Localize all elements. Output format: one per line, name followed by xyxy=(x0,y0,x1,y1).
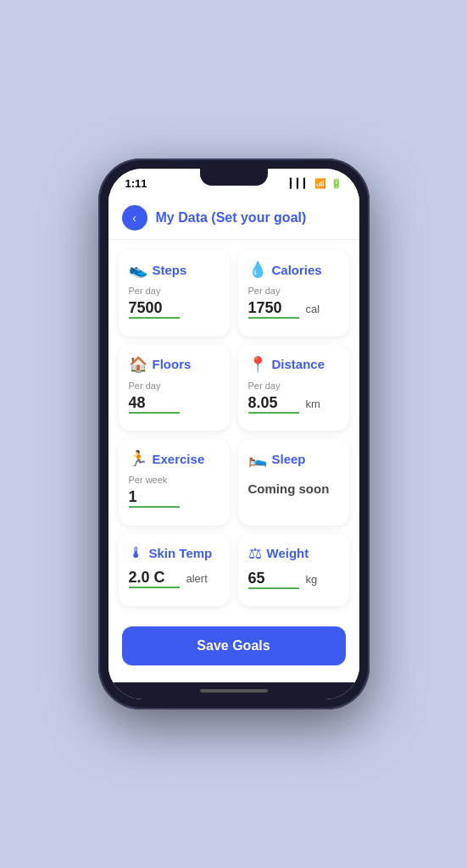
battery-icon: 🔋 xyxy=(331,178,342,189)
goal-card-weight: ⚖Weight65kg xyxy=(238,534,349,607)
weight-value-row: 65kg xyxy=(248,570,339,589)
save-goals-button[interactable]: Save Goals xyxy=(122,626,346,665)
exercise-title: Exercise xyxy=(153,452,205,466)
steps-value-row: 7500 xyxy=(129,299,220,319)
status-bar: 1:11 ▎▎▎ 📶 🔋 xyxy=(108,169,359,195)
steps-icon: 👟 xyxy=(129,260,147,279)
distance-value: 8.05 xyxy=(248,394,282,412)
weight-value: 65 xyxy=(248,570,282,587)
sleep-coming-soon: Coming soon xyxy=(248,481,339,496)
goal-card-distance: 📍DistancePer day8.05km xyxy=(238,345,349,431)
goal-header-exercise: 🏃Exercise xyxy=(129,449,220,468)
exercise-value: 1 xyxy=(129,488,163,506)
goal-header-weight: ⚖Weight xyxy=(248,544,339,563)
calories-unit: cal xyxy=(306,303,320,315)
skin-temp-unit: alert xyxy=(186,572,208,585)
skin-temp-title: Skin Temp xyxy=(149,546,213,560)
goal-card-floors: 🏠FloorsPer day48 xyxy=(119,345,230,431)
goal-card-exercise: 🏃ExercisePer week1 xyxy=(119,439,230,526)
distance-input-wrapper: 8.05 xyxy=(248,394,299,414)
skin-temp-input-wrapper: 2.0 C xyxy=(129,569,180,588)
distance-title: Distance xyxy=(272,357,325,371)
exercise-input-wrapper: 1 xyxy=(129,488,180,508)
header: ‹ My Data (Set your goal) xyxy=(108,195,359,240)
goal-header-calories: 💧Calories xyxy=(248,260,339,279)
goal-header-floors: 🏠Floors xyxy=(129,355,220,374)
goal-header-sleep: 🛌Sleep xyxy=(248,449,339,468)
exercise-label: Per week xyxy=(129,475,220,485)
phone-frame: 1:11 ▎▎▎ 📶 🔋 ‹ My Data (Set your goal) 👟… xyxy=(98,159,370,709)
floors-icon: 🏠 xyxy=(129,355,147,374)
calories-icon: 💧 xyxy=(248,260,267,279)
distance-icon: 📍 xyxy=(248,355,267,374)
exercise-value-row: 1 xyxy=(129,488,220,508)
skin-temp-value-row: 2.0 Calert xyxy=(129,569,220,588)
floors-value: 48 xyxy=(129,394,163,412)
phone-screen: 1:11 ▎▎▎ 📶 🔋 ‹ My Data (Set your goal) 👟… xyxy=(108,169,359,699)
weight-icon: ⚖ xyxy=(248,544,262,563)
steps-input-wrapper: 7500 xyxy=(129,299,180,319)
save-button-container: Save Goals xyxy=(108,616,359,682)
distance-label: Per day xyxy=(248,381,339,391)
steps-value: 7500 xyxy=(129,299,163,317)
exercise-icon: 🏃 xyxy=(129,449,147,468)
home-bar xyxy=(200,689,268,693)
back-icon: ‹ xyxy=(132,211,136,225)
goal-card-steps: 👟StepsPer day7500 xyxy=(119,250,230,337)
calories-title: Calories xyxy=(272,263,322,277)
weight-input-wrapper: 65 xyxy=(248,570,299,589)
calories-value: 1750 xyxy=(248,299,282,317)
steps-title: Steps xyxy=(153,263,187,277)
status-icons: ▎▎▎ 📶 🔋 xyxy=(290,178,342,189)
skin-temp-icon: 🌡 xyxy=(129,544,144,562)
goal-card-skin-temp: 🌡Skin Temp2.0 Calert xyxy=(119,534,230,607)
sleep-title: Sleep xyxy=(272,452,306,466)
signal-icon: ▎▎▎ xyxy=(290,178,310,189)
status-time: 1:11 xyxy=(125,177,147,190)
calories-label: Per day xyxy=(248,286,339,296)
floors-input-wrapper: 48 xyxy=(129,394,180,414)
goals-grid: 👟StepsPer day7500💧CaloriesPer day1750cal… xyxy=(108,240,359,616)
goal-card-calories: 💧CaloriesPer day1750cal xyxy=(238,250,349,337)
weight-title: Weight xyxy=(267,546,309,560)
screen-content: ‹ My Data (Set your goal) 👟StepsPer day7… xyxy=(108,195,359,682)
home-indicator xyxy=(108,682,359,699)
skin-temp-value: 2.0 C xyxy=(129,569,165,587)
weight-unit: kg xyxy=(306,573,318,586)
floors-label: Per day xyxy=(129,381,220,391)
floors-title: Floors xyxy=(153,357,192,371)
goal-header-steps: 👟Steps xyxy=(129,260,220,279)
goal-card-sleep: 🛌SleepComing soon xyxy=(238,439,349,526)
notch xyxy=(200,169,268,186)
wifi-icon: 📶 xyxy=(314,178,326,189)
distance-value-row: 8.05km xyxy=(248,394,339,414)
calories-input-wrapper: 1750 xyxy=(248,299,299,319)
steps-label: Per day xyxy=(129,286,220,296)
distance-unit: km xyxy=(306,398,320,410)
goal-header-skin-temp: 🌡Skin Temp xyxy=(129,544,220,562)
page-title: My Data (Set your goal) xyxy=(156,210,307,225)
goal-header-distance: 📍Distance xyxy=(248,355,339,374)
sleep-icon: 🛌 xyxy=(248,449,267,468)
floors-value-row: 48 xyxy=(129,394,220,414)
back-button[interactable]: ‹ xyxy=(122,205,147,231)
calories-value-row: 1750cal xyxy=(248,299,339,319)
